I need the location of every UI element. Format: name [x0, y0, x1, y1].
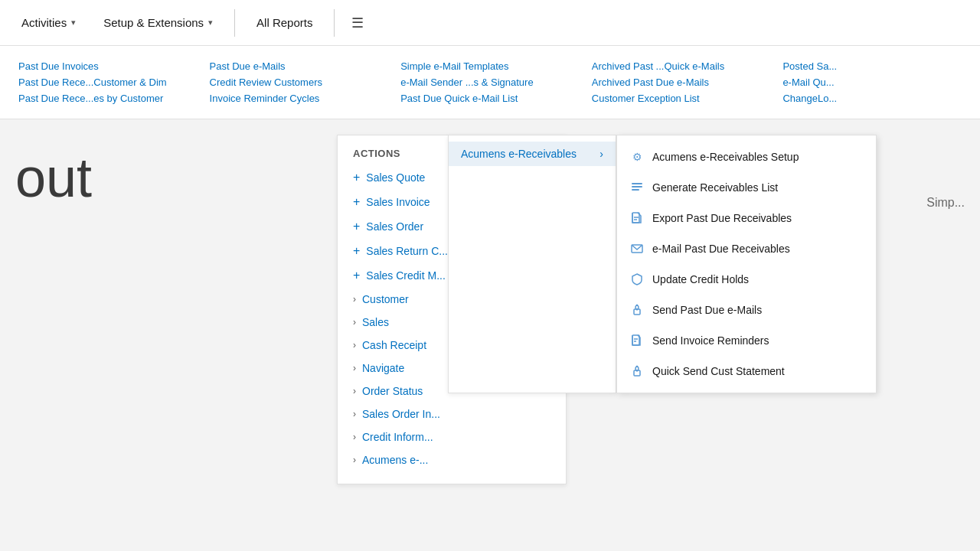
svg-rect-2	[632, 189, 639, 191]
report-link-past-due-quick-email[interactable]: Past Due Quick e-Mail List	[400, 90, 580, 106]
doc2-icon	[629, 333, 645, 348]
submenu-level1-acumens[interactable]: Acumens e-Receivables ›	[449, 142, 616, 166]
svg-rect-0	[632, 183, 642, 184]
action-label-sales-return: Sales Return C...	[366, 245, 448, 257]
chevron-credit-inform-icon: ›	[353, 432, 356, 442]
action-label-credit-inform: Credit Inform...	[362, 431, 433, 443]
submenu-label-setup: Acumens e-Receivables Setup	[652, 151, 799, 163]
report-link-customer-exception[interactable]: Customer Exception List	[592, 90, 771, 106]
action-label-sales-credit: Sales Credit M...	[366, 269, 445, 282]
svg-rect-8	[632, 335, 639, 345]
list-icon	[629, 180, 645, 195]
submenu-item-send-invoice[interactable]: Send Invoice Reminders	[617, 325, 876, 356]
chevron-sales-order-in-icon: ›	[353, 409, 356, 419]
report-link-past-due-rece-by-customer[interactable]: Past Due Rece...es by Customer	[18, 90, 198, 106]
action-label-order-status: Order Status	[362, 385, 423, 397]
reports-col-3: Simple e-Mail Templates e-Mail Sender ..…	[400, 58, 580, 106]
report-link-past-due-rece-customer[interactable]: Past Due Rece...Customer & Dim	[18, 74, 198, 90]
main-content: out Actions + Sales Quote + Sales Invoic…	[0, 119, 980, 551]
reports-col-2: Past Due e-Mails Credit Review Customers…	[210, 58, 389, 106]
submenu-label-credit-holds: Update Credit Holds	[652, 273, 749, 285]
action-label-sales-order: Sales Order	[366, 220, 423, 233]
action-credit-inform[interactable]: › Credit Inform...	[338, 425, 566, 448]
all-reports-label: All Reports	[256, 16, 312, 29]
report-link-credit-review[interactable]: Credit Review Customers	[210, 74, 389, 90]
action-label-acumens: Acumens e-...	[362, 454, 428, 466]
nav-setup-extensions[interactable]: Setup & Extensions ▾	[91, 0, 225, 45]
action-sales-order-in[interactable]: › Sales Order In...	[338, 403, 566, 425]
activities-label: Activities	[21, 16, 67, 29]
partial-text-out: out	[15, 147, 92, 208]
chevron-sales-icon: ›	[353, 317, 356, 328]
reports-col-5: Posted Sa... e-Mail Qu... ChangeLo...	[782, 58, 962, 106]
plus-icon-sales-invoice: +	[353, 195, 360, 209]
reports-dropdown: Past Due Invoices Past Due Rece...Custom…	[0, 46, 980, 119]
submenu-label-generate: Generate Receivables List	[652, 181, 778, 194]
hamburger-menu-button[interactable]: ☰	[344, 9, 371, 37]
chevron-order-status-icon: ›	[353, 386, 356, 396]
submenu-item-quick-send[interactable]: Quick Send Cust Statement	[617, 356, 876, 386]
report-link-simple-email[interactable]: Simple e-Mail Templates	[400, 58, 580, 74]
plus-icon-sales-order: +	[353, 220, 360, 233]
action-label-sales-quote: Sales Quote	[366, 171, 425, 184]
top-nav-bar: Activities ▾ Setup & Extensions ▾ All Re…	[0, 0, 980, 46]
plus-icon-sales-quote: +	[353, 171, 360, 184]
submenu-level2: ⚙ Acumens e-Receivables Setup Generate R…	[616, 135, 877, 393]
submenu-label-export: Export Past Due Receivables	[652, 212, 792, 224]
action-label-sales: Sales	[362, 316, 389, 328]
action-label-navigate: Navigate	[362, 362, 404, 374]
report-link-email-sender[interactable]: e-Mail Sender ...s & Signature	[400, 74, 580, 90]
action-label-customer: Customer	[362, 293, 409, 305]
action-label-sales-order-in: Sales Order In...	[362, 408, 440, 420]
activities-chevron-icon: ▾	[71, 18, 76, 28]
submenu-item-setup[interactable]: ⚙ Acumens e-Receivables Setup	[617, 142, 876, 172]
setup-chevron-icon: ▾	[208, 18, 213, 28]
action-label-cash-receipt: Cash Receipt	[362, 339, 426, 351]
nav-separator-2	[334, 9, 335, 37]
setup-extensions-label: Setup & Extensions	[103, 16, 204, 29]
submenu-item-credit-holds[interactable]: Update Credit Holds	[617, 264, 876, 295]
submenu-container: Acumens e-Receivables › ⚙ Acumens e-Rece…	[448, 135, 877, 393]
submenu-item-email-past-due[interactable]: e-Mail Past Due Receivables	[617, 233, 876, 264]
reports-col-1: Past Due Invoices Past Due Rece...Custom…	[18, 58, 198, 106]
submenu-level1-label: Acumens e-Receivables	[461, 148, 577, 160]
partial-heading-text: out	[0, 119, 337, 551]
quick-icon	[629, 364, 645, 379]
report-link-archived-past-due[interactable]: Archived Past Due e-Mails	[592, 74, 771, 90]
submenu-item-send-past-due[interactable]: Send Past Due e-Mails	[617, 295, 876, 325]
report-link-changelog[interactable]: ChangeLo...	[782, 90, 962, 106]
report-link-past-due-invoices[interactable]: Past Due Invoices	[18, 58, 198, 74]
submenu-level1: Acumens e-Receivables ›	[448, 135, 616, 393]
report-link-archived-quick[interactable]: Archived Past ...Quick e-Mails	[592, 58, 771, 74]
submenu-label-email-past-due: e-Mail Past Due Receivables	[652, 243, 790, 255]
right-partial-text: Simp...	[926, 196, 980, 210]
shield-icon	[629, 272, 645, 287]
chevron-customer-icon: ›	[353, 294, 356, 305]
action-acumens[interactable]: › Acumens e-...	[338, 448, 566, 471]
right-partial-label: Simp...	[926, 196, 965, 209]
submenu-item-export[interactable]: Export Past Due Receivables	[617, 203, 876, 233]
report-link-past-due-emails[interactable]: Past Due e-Mails	[210, 58, 389, 74]
chevron-cash-receipt-icon: ›	[353, 340, 356, 350]
nav-activities[interactable]: Activities ▾	[9, 0, 88, 45]
submenu-label-quick-send: Quick Send Cust Statement	[652, 365, 785, 377]
doc-icon	[629, 210, 645, 226]
nav-separator-1	[234, 9, 235, 37]
submenu-item-generate[interactable]: Generate Receivables List	[617, 172, 876, 203]
chevron-navigate-icon: ›	[353, 363, 356, 373]
action-label-sales-invoice: Sales Invoice	[366, 196, 430, 208]
reports-col-4: Archived Past ...Quick e-Mails Archived …	[592, 58, 771, 106]
send-icon	[629, 302, 645, 318]
submenu-label-send-past-due: Send Past Due e-Mails	[652, 304, 762, 316]
plus-icon-sales-credit: +	[353, 269, 360, 282]
report-link-invoice-reminder[interactable]: Invoice Reminder Cycles	[210, 90, 389, 106]
report-link-email-qu[interactable]: e-Mail Qu...	[782, 74, 962, 90]
chevron-acumens-icon: ›	[353, 455, 356, 465]
svg-rect-1	[632, 186, 642, 187]
plus-icon-sales-return: +	[353, 244, 360, 258]
nav-all-reports[interactable]: All Reports	[244, 0, 325, 45]
submenu-level1-chevron-icon: ›	[599, 148, 603, 160]
submenu-label-send-invoice: Send Invoice Reminders	[652, 334, 769, 347]
gear-icon: ⚙	[629, 149, 645, 165]
report-link-posted-sa[interactable]: Posted Sa...	[782, 58, 962, 74]
